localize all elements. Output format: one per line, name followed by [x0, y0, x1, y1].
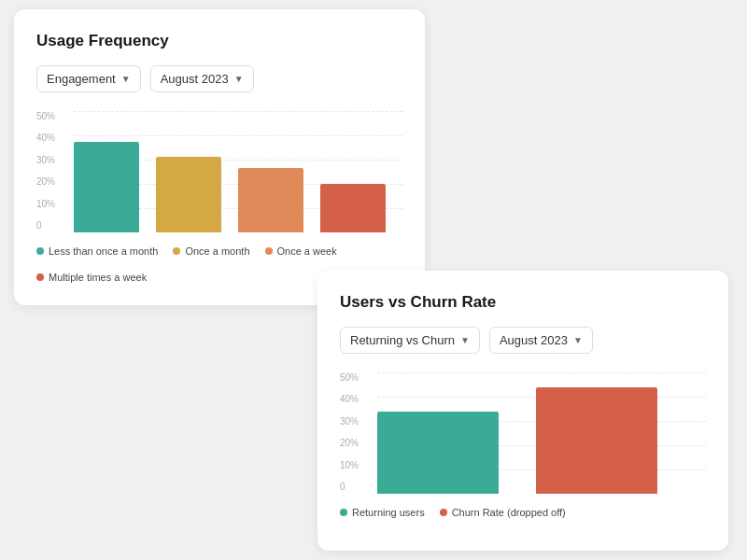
legend-item-2: Once a month: [173, 245, 249, 257]
legend-dot-1: [36, 247, 44, 255]
legend-dot-2: [173, 247, 180, 255]
legend-label-1: Less than once a month: [49, 245, 158, 257]
legend-dot-returning: [340, 509, 347, 516]
legend-item-3: Once a week: [265, 245, 337, 257]
bar-less-than-once: [74, 142, 139, 233]
card2-bars: [377, 372, 657, 494]
legend-label-returning: Returning users: [352, 507, 425, 518]
legend-dot-4: [36, 273, 44, 281]
churn-rate-card: Users vs Churn Rate Returning vs Churn ▼…: [317, 271, 728, 551]
card1-dropdown-engagement-label: Engagement: [47, 72, 116, 86]
card1-chart: 50% 40% 30% 20% 10% 0: [36, 111, 402, 232]
card2-legend: Returning users Churn Rate (dropped off): [340, 507, 706, 518]
card1-bars: [74, 111, 386, 232]
card1-dropdown-date[interactable]: August 2023 ▼: [150, 65, 254, 92]
chevron-down-icon: ▼: [121, 74, 131, 84]
legend-label-2: Once a month: [185, 245, 249, 257]
card2-dropdown-type[interactable]: Returning vs Churn ▼: [340, 327, 480, 354]
chevron-down-icon: ▼: [234, 74, 244, 84]
chevron-down-icon: ▼: [460, 335, 470, 345]
legend-item-4: Multiple times a week: [36, 272, 147, 283]
bar-once-month: [156, 157, 221, 232]
card1-title: Usage Frequency: [36, 32, 402, 50]
card2-y-axis: 50% 40% 30% 20% 10% 0: [340, 372, 359, 494]
card1-dropdown-date-label: August 2023: [161, 72, 229, 86]
legend-dot-churn: [440, 509, 447, 516]
card2-dropdowns: Returning vs Churn ▼ August 2023 ▼: [340, 327, 706, 354]
card1-dropdowns: Engagement ▼ August 2023 ▼: [36, 65, 402, 92]
card2-title: Users vs Churn Rate: [340, 293, 706, 312]
chevron-down-icon: ▼: [573, 335, 583, 345]
card1-dropdown-engagement[interactable]: Engagement ▼: [36, 65, 141, 92]
card2-dropdown-date[interactable]: August 2023 ▼: [489, 327, 593, 354]
bar-returning-users: [377, 412, 499, 494]
bar-churn-rate: [536, 387, 657, 494]
card2-dropdown-date-label: August 2023: [500, 333, 568, 347]
legend-label-churn: Churn Rate (dropped off): [452, 507, 566, 518]
legend-label-3: Once a week: [277, 245, 337, 257]
legend-item-1: Less than once a month: [36, 245, 158, 257]
card2-dropdown-type-label: Returning vs Churn: [350, 333, 455, 347]
bar-multiple-week: [320, 184, 386, 232]
bar-once-week: [238, 168, 303, 232]
legend-returning: Returning users: [340, 507, 425, 518]
legend-label-4: Multiple times a week: [49, 272, 147, 283]
card2-chart: 50% 40% 30% 20% 10% 0: [340, 372, 706, 494]
legend-dot-3: [265, 247, 273, 255]
card1-y-axis: 50% 40% 30% 20% 10% 0: [36, 111, 55, 232]
usage-frequency-card: Usage Frequency Engagement ▼ August 2023…: [14, 9, 425, 305]
legend-churn: Churn Rate (dropped off): [440, 507, 566, 518]
